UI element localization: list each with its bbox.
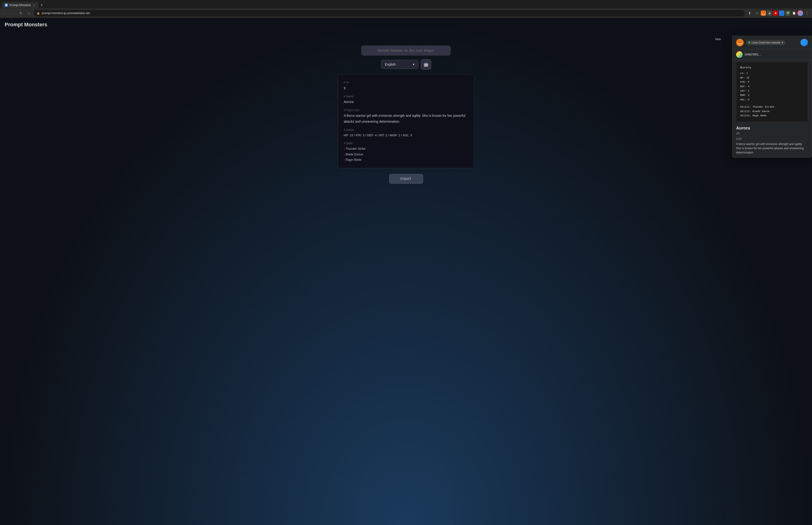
side-monster-id: #9 — [732, 132, 812, 137]
id-value: 9 — [344, 85, 468, 91]
profile-icon[interactable] — [797, 10, 803, 16]
card-monster-stats: LV: 1 HP: 15 ATK: 5 DEF: 4 INT: 2 MGR: 2… — [740, 71, 804, 102]
network-chevron: ▾ — [782, 41, 783, 44]
share-icon[interactable]: ⬆ — [747, 10, 753, 16]
menu-icon[interactable]: ⋮ — [804, 10, 810, 16]
card-def: DEF: 4 — [740, 84, 804, 89]
ext-icon-3[interactable]: 🔵 — [779, 11, 784, 16]
controls-row: English ▾ 🤖 — [381, 59, 431, 70]
robot-icon: 🤖 — [424, 62, 429, 67]
wallet-address: 0xf8d76f01... — [745, 53, 761, 56]
tab-close-button[interactable]: × — [32, 3, 35, 7]
metamask-wallet-row[interactable]: 0xf8d76f01... — [732, 49, 812, 60]
toolbar-right: ⬆ ☆ 🦊 ◈ N 🔵 🧩 📋 ⋮ — [747, 10, 810, 16]
back-button[interactable]: ‹ — [2, 10, 8, 16]
network-name: Linea Goerli test network — [752, 41, 780, 44]
svg-point-0 — [5, 4, 7, 6]
card-mgr: MGR: 2 — [740, 93, 804, 97]
network-status-dot — [748, 42, 750, 44]
refresh-button[interactable]: ↻ — [18, 10, 24, 16]
page-main: English ▾ 🤖 # Id 9 # Name Aurora # Flavo… — [0, 31, 812, 184]
metamask-globe-icon[interactable]: 🌐 — [800, 39, 808, 46]
tab-title: Prompt Monsters — [10, 3, 31, 7]
language-select[interactable]: English ▾ — [381, 60, 418, 69]
active-tab[interactable]: Prompt Monsters × — [2, 2, 38, 8]
side-section-title: 説明 — [732, 137, 812, 142]
app-content: 🦊 Linea Goerli test network ▾ 🌐 0xf8d76f… — [0, 18, 812, 525]
side-monster-desc: A fierce warrior girl with immense stren… — [732, 142, 812, 158]
app-header: Prompt Monsters — [0, 18, 812, 31]
card-skill2: Skill2: Blade Dance — [740, 109, 804, 114]
skills-label: # Skills — [344, 141, 468, 146]
name-label: # Name — [344, 94, 468, 99]
card-monster-skills: Skill1: Thunder Strike Skill2: Blade Dan… — [740, 105, 804, 118]
tab-bar: Prompt Monsters × + — [0, 0, 812, 9]
tab-favicon — [5, 3, 8, 7]
card-skill1: Skill1: Thunder Strike — [740, 105, 804, 109]
home-button[interactable]: ⌂ — [26, 10, 32, 16]
monster-data-card: # Id 9 # Name Aurora # Flavor text A fie… — [338, 74, 474, 168]
ext-icon-2[interactable]: N — [773, 11, 778, 16]
card-atk: ATK: 5 — [740, 80, 804, 84]
ext-icon-5[interactable]: 📋 — [791, 11, 796, 16]
status-value: HP: 15 / ATK: 5 / DEF: 4 / INT: 2 / MGR:… — [344, 133, 468, 138]
lock-icon: 🔒 — [37, 12, 40, 15]
fight-button[interactable]: FIGHT — [389, 174, 423, 184]
ext-icon-4[interactable]: 🧩 — [785, 11, 791, 16]
ext-icon-1[interactable]: ◈ — [767, 11, 772, 16]
card-lv: LV: 1 — [740, 71, 804, 76]
status-label: # Status — [344, 127, 468, 133]
card-agl: AGL: 5 — [740, 97, 804, 102]
side-monster-name: Aurora — [732, 124, 812, 132]
name-value: Aurora — [344, 99, 468, 105]
skill-2: - Blade Dance — [344, 152, 468, 157]
app-title: Prompt Monsters — [5, 21, 47, 28]
url-bar[interactable]: 🔒 prompt-monsters-jp.azurewebsites.net — [34, 10, 745, 16]
language-chevron: ▾ — [413, 62, 414, 66]
flavor-value: A fierce warrior girl with immense stren… — [344, 113, 468, 124]
id-label: # Id — [344, 80, 468, 85]
card-skill3: Skill3: Rage Mode — [740, 114, 804, 118]
card-hp: HP: 15 — [740, 76, 804, 80]
url-text: prompt-monsters-jp.azurewebsites.net — [42, 12, 90, 15]
monster-feature-input[interactable] — [361, 46, 451, 56]
card-int: INT: 2 — [740, 89, 804, 93]
language-label: English — [385, 62, 396, 66]
bookmark-icon[interactable]: ☆ — [754, 10, 760, 16]
skill-3: - Rage Mode — [344, 157, 468, 162]
robot-button[interactable]: 🤖 — [421, 59, 431, 70]
wallet-avatar — [736, 51, 743, 58]
metamask-popup: 🦊 Linea Goerli test network ▾ 🌐 0xf8d76f… — [732, 36, 812, 158]
metamask-header: 🦊 Linea Goerli test network ▾ 🌐 — [732, 36, 812, 49]
skill-1: - Thunder Strike — [344, 146, 468, 151]
new-tab-button[interactable]: + — [38, 2, 45, 9]
browser-chrome: Prompt Monsters × + ‹ › ↻ ⌂ 🔒 prompt-mon… — [0, 0, 812, 18]
metamask-fox-icon: 🦊 — [736, 39, 744, 46]
flavor-label: # Flavor text — [344, 108, 468, 113]
monster-card-panel: Aurora LV: 1 HP: 15 ATK: 5 DEF: 4 INT: 2… — [736, 62, 808, 122]
card-monster-name: Aurora — [740, 66, 804, 69]
metamask-ext-icon[interactable]: 🦊 — [761, 11, 766, 16]
forward-button[interactable]: › — [10, 10, 16, 16]
address-bar: ‹ › ↻ ⌂ 🔒 prompt-monsters-jp.azurewebsit… — [0, 9, 812, 18]
metamask-network-selector[interactable]: Linea Goerli test network ▾ — [746, 40, 785, 45]
